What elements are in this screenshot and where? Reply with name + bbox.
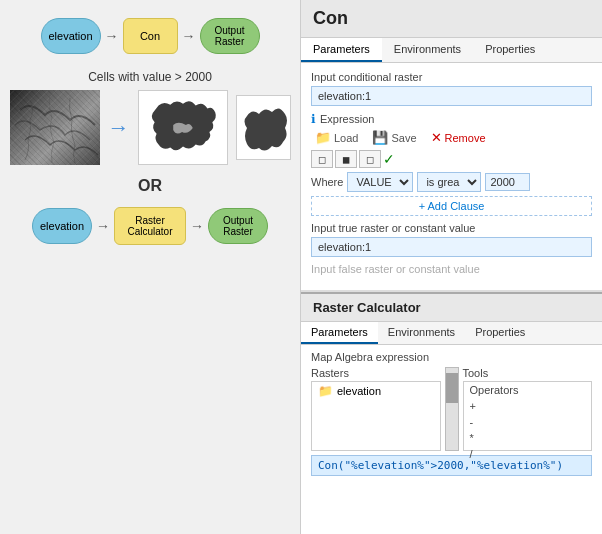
tools-item-operators: Operators	[464, 382, 592, 398]
add-clause-button[interactable]: + Add Clause	[311, 196, 592, 216]
remove-icon: ✕	[431, 130, 442, 145]
load-icon: 📁	[315, 130, 331, 145]
node-con: Con	[123, 18, 178, 54]
rc-tabs: Parameters Environments Properties	[301, 322, 602, 345]
raster-calc-panel: Raster Calculator Parameters Environment…	[301, 292, 602, 534]
con-tabs: Parameters Environments Properties	[301, 38, 602, 63]
rasters-list-item[interactable]: 📁 elevation	[312, 382, 440, 400]
arrow-1: →	[105, 29, 119, 43]
con-content: Input conditional raster ℹ Expression 📁 …	[301, 63, 602, 286]
tools-item-multiply[interactable]: *	[464, 430, 592, 446]
tools-item-minus[interactable]: -	[464, 414, 592, 430]
terrain-image	[10, 90, 100, 165]
con-tool-panel: Con Parameters Environments Properties I…	[301, 0, 602, 292]
mini-btn-2[interactable]: ◼	[335, 150, 357, 168]
info-icon: ℹ	[311, 112, 316, 126]
arrow-4: →	[190, 219, 204, 233]
where-value-input[interactable]	[485, 173, 530, 191]
right-panel: Con Parameters Environments Properties I…	[300, 0, 602, 534]
flow-diagram-1: elevation → Con → Output Raster	[10, 10, 290, 62]
expr-mini-toolbar: ◻ ◼ ◻ ✓	[311, 150, 592, 168]
or-label: OR	[10, 173, 290, 199]
expr-toolbar: 📁 Load 💾 Save ✕ Remove	[311, 129, 592, 146]
cells-section: Cells with value > 2000 →	[10, 70, 290, 165]
con-title: Con	[301, 0, 602, 38]
rc-map-label: Map Algebra expression	[311, 351, 592, 363]
expr-output[interactable]: Con("%elevation%">2000,"%elevation%")	[311, 455, 592, 476]
tab-environments[interactable]: Environments	[382, 38, 473, 62]
check-icon[interactable]: ✓	[383, 151, 395, 167]
where-field-select[interactable]: VALUE	[347, 172, 413, 192]
arrow-2: →	[182, 29, 196, 43]
result-image	[138, 90, 228, 165]
node-elevation-2: elevation	[32, 208, 92, 244]
node-output-1: Output Raster	[200, 18, 260, 54]
cells-label: Cells with value > 2000	[88, 70, 212, 84]
rc-tab-properties[interactable]: Properties	[465, 322, 535, 344]
tools-list: Operators + - * /	[463, 381, 593, 451]
node-raster-calc: Raster Calculator	[114, 207, 186, 245]
rc-tab-parameters[interactable]: Parameters	[301, 322, 378, 344]
flow-diagram-2: elevation → Raster Calculator → Output R…	[10, 207, 290, 245]
arrow-3: →	[96, 219, 110, 233]
tools-item-plus[interactable]: +	[464, 398, 592, 414]
tools-label: Tools	[463, 367, 593, 379]
rasters-col: Rasters 📁 elevation	[311, 367, 441, 451]
node-elevation-1: elevation	[41, 18, 101, 54]
mini-btn-1[interactable]: ◻	[311, 150, 333, 168]
node-output-2: Output Raster	[208, 208, 268, 244]
input-label: Input conditional raster	[311, 71, 592, 83]
expr-section-label: ℹ Expression	[311, 112, 592, 126]
blue-arrow: →	[108, 115, 130, 141]
tools-col: Tools Operators + - *	[463, 367, 593, 451]
rc-content: Map Algebra expression Rasters 📁 elevati…	[301, 345, 602, 482]
save-icon: 💾	[372, 130, 388, 145]
where-op-select[interactable]: is grea	[417, 172, 481, 192]
tab-parameters[interactable]: Parameters	[301, 38, 382, 62]
remove-button[interactable]: ✕ Remove	[427, 129, 490, 146]
load-button[interactable]: 📁 Load	[311, 129, 362, 146]
rc-columns: Rasters 📁 elevation Tool	[311, 367, 592, 451]
rasters-label: Rasters	[311, 367, 441, 379]
tab-properties[interactable]: Properties	[473, 38, 547, 62]
cells-images: →	[10, 90, 291, 165]
folder-icon: 📁	[318, 384, 333, 398]
rasters-list[interactable]: 📁 elevation	[311, 381, 441, 451]
mini-btn-3[interactable]: ◻	[359, 150, 381, 168]
scrollbar-thumb	[446, 373, 458, 403]
rc-tab-environments[interactable]: Environments	[378, 322, 465, 344]
true-raster-label: Input true raster or constant value	[311, 222, 592, 234]
rasters-scrollbar[interactable]	[445, 367, 459, 451]
left-panel: elevation → Con → Output Raster Cells wi…	[0, 0, 300, 534]
true-raster-input[interactable]	[311, 237, 592, 257]
small-result-image	[236, 95, 291, 160]
false-raster-label: Input false raster or constant value	[311, 263, 592, 275]
input-conditional-raster[interactable]	[311, 86, 592, 106]
raster-calc-title: Raster Calculator	[301, 292, 602, 322]
where-row: Where VALUE is grea	[311, 172, 592, 192]
rasters-scrollbar-col	[445, 367, 459, 451]
save-button[interactable]: 💾 Save	[368, 129, 420, 146]
